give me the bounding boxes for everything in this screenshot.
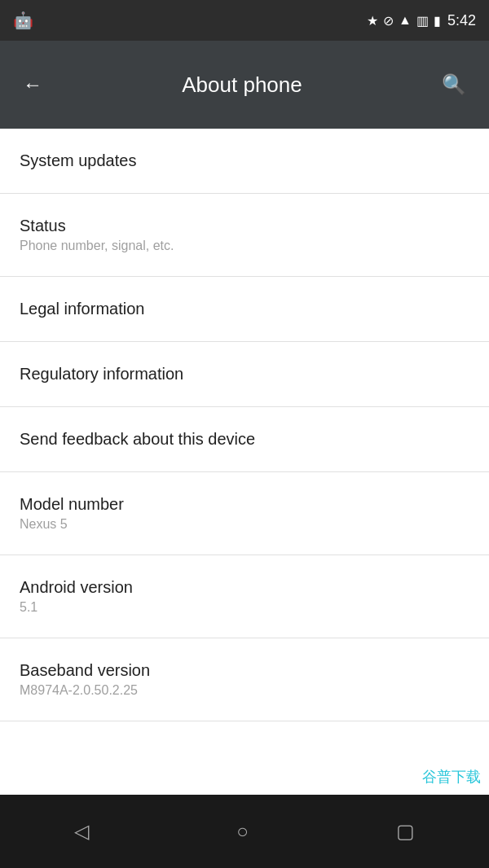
back-button[interactable]: ← [16, 67, 49, 103]
menu-item-title-legal-information: Legal information [20, 300, 469, 318]
menu-item-title-android-version: Android version [20, 578, 469, 597]
battery-icon: ▮ [434, 13, 441, 28]
watermark: 谷普下载 [422, 767, 481, 787]
status-icons: ★ ⊘ ▲ ▥ ▮ [367, 13, 441, 28]
status-bar: 🤖 ★ ⊘ ▲ ▥ ▮ 5:42 [0, 0, 489, 41]
menu-item-subtitle-status: Phone number, signal, etc. [20, 239, 469, 253]
menu-item-title-status: Status [20, 217, 469, 235]
menu-item-regulatory-information[interactable]: Regulatory information [0, 342, 489, 406]
menu-item-title-model-number: Model number [20, 495, 469, 514]
menu-item-send-feedback[interactable]: Send feedback about this device [0, 407, 489, 471]
page-title: About phone [182, 72, 302, 98]
menu-item-subtitle-baseband-version: M8974A-2.0.50.2.25 [20, 683, 469, 698]
navigation-bar: ◁ ○ ▢ [0, 795, 489, 868]
status-bar-left: 🤖 [13, 11, 33, 30]
menu-item-baseband-version[interactable]: Baseband versionM8974A-2.0.50.2.25 [0, 638, 489, 721]
menu-item-title-system-updates: System updates [20, 151, 469, 170]
nav-home-button[interactable]: ○ [212, 812, 273, 851]
menu-item-title-send-feedback: Send feedback about this device [20, 430, 469, 449]
menu-list: System updatesStatusPhone number, signal… [0, 129, 489, 721]
menu-item-android-version[interactable]: Android version5.1 [0, 555, 489, 638]
menu-item-status[interactable]: StatusPhone number, signal, etc. [0, 194, 489, 276]
menu-item-title-baseband-version: Baseband version [20, 661, 469, 680]
menu-item-subtitle-android-version: 5.1 [20, 600, 469, 615]
menu-item-legal-information[interactable]: Legal information [0, 277, 489, 341]
nav-back-button[interactable]: ◁ [50, 812, 113, 851]
menu-item-system-updates[interactable]: System updates [0, 129, 489, 193]
search-button[interactable]: 🔍 [435, 67, 473, 103]
nav-recents-button[interactable]: ▢ [372, 812, 439, 851]
app-bar: ← About phone 🔍 [0, 41, 489, 129]
wifi-icon: ▲ [399, 13, 412, 28]
status-bar-right: ★ ⊘ ▲ ▥ ▮ 5:42 [367, 12, 476, 29]
divider-7 [0, 721, 489, 721]
menu-item-model-number[interactable]: Model numberNexus 5 [0, 472, 489, 555]
no-sim-icon: ⊘ [383, 13, 394, 28]
menu-item-subtitle-model-number: Nexus 5 [20, 517, 469, 532]
bluetooth-icon: ★ [367, 13, 378, 28]
android-icon: 🤖 [13, 11, 33, 30]
menu-item-title-regulatory-information: Regulatory information [20, 365, 469, 384]
time-display: 5:42 [447, 12, 476, 29]
signal-icon: ▥ [416, 13, 429, 28]
